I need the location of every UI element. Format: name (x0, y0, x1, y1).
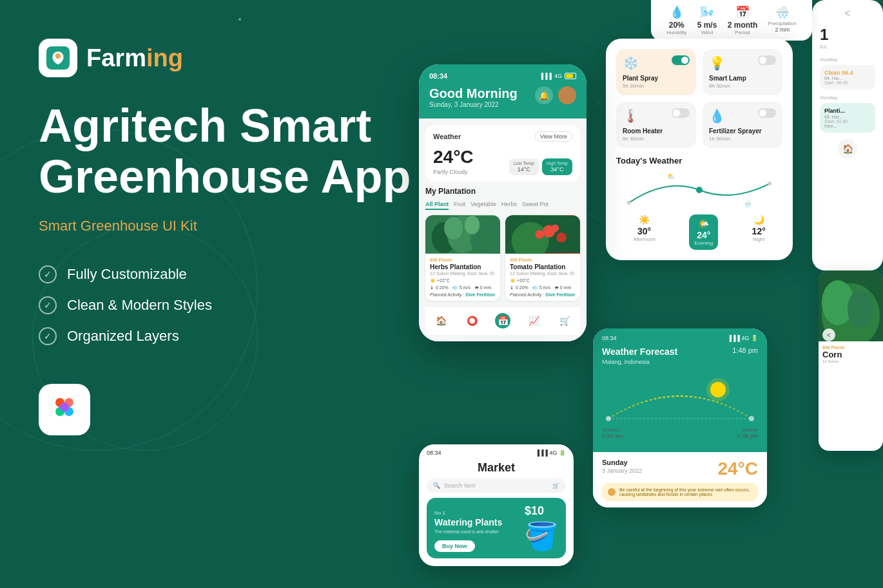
product-desc: The material used is anti-shatter (434, 529, 502, 534)
search-icon: 🔍 (433, 482, 440, 489)
phones-area: 💧 20% Humidity 🌬️ 5 m/s Wind 📅 2 month P… (380, 0, 883, 588)
plant-spray-time: 5h 30min (623, 83, 690, 89)
weather-forecast-row: ☀️ 30° Afternoon 🌤️ 24° Evening 🌙 12° Ni… (616, 214, 782, 250)
room-heater-name: Room Heater (623, 128, 690, 135)
herbs-image (425, 215, 500, 254)
svg-point-33 (848, 290, 873, 328)
buy-button[interactable]: Buy Now (434, 540, 475, 552)
smart-lamp-name: Smart Lamp (709, 75, 776, 82)
tomato-count: 400 Plants (510, 258, 576, 262)
tab-vegetable[interactable]: Vegetable (471, 201, 496, 210)
feature-label-1: Fully Customizable (67, 266, 187, 283)
tomato-location: 12 Sukun Malang, East Java, ID (510, 271, 576, 276)
plant-spray-toggle[interactable] (672, 55, 690, 65)
weather-label: Weather (433, 133, 461, 140)
smart-lamp-toggle[interactable] (758, 55, 776, 65)
device-fertilizer-sprayer: 💧 Fertilizer Sprayer 1h 30min (703, 102, 782, 148)
svg-text:⛅: ⛅ (667, 172, 675, 180)
forecast-afternoon: ☀️ 30° Afternoon (633, 214, 655, 250)
tab-all-plant[interactable]: All Plant (425, 201, 449, 210)
phone-header: 08:34 ▐▐▐ 4G Good Morning Sunday, 3 Janu… (419, 64, 587, 119)
weather-chart-area: 🌧️ ⛅ (616, 171, 782, 209)
svg-point-21 (627, 201, 631, 205)
wf-header: 08:34 ▐▐▐ 4G 🔋 Weather Forecast Malang, … (593, 328, 767, 452)
market-search[interactable]: 🔍 Search Item 🛒 (427, 479, 566, 493)
product-price: $10 (525, 504, 558, 518)
temperature: 24°C (433, 147, 474, 167)
schedule-clean: Clean 06.4 Mt. Har... Start: 06:45 (820, 65, 875, 90)
low-temp-pill: Low Temp 14°C (509, 158, 539, 175)
room-heater-toggle[interactable] (672, 108, 690, 118)
nav-calendar[interactable]: 📅 (495, 313, 510, 328)
corn-count: 800 Plants (822, 345, 879, 350)
schedule-day: Fri (820, 44, 875, 50)
avatar[interactable] (558, 86, 576, 104)
nav-cart[interactable]: 🛒 (557, 313, 572, 328)
nav-activity[interactable]: 📈 (526, 313, 541, 328)
greeting-text: Good Morning Sunday, 3 January 2022 (429, 86, 518, 108)
wf-time: 1:48 pm (732, 346, 758, 354)
room-heater-time: 5h 30min (623, 136, 690, 142)
nav-explore[interactable]: ⭕ (464, 313, 480, 328)
nav-home[interactable]: 🏠 (433, 313, 449, 328)
hero-subtitle: Smart Greenhouse UI Kit (39, 218, 438, 234)
fertilizer-time: 1h 30min (709, 136, 776, 142)
corn-name: Corn (822, 350, 879, 359)
tomato-image (505, 215, 580, 254)
app-logo (39, 39, 77, 77)
svg-point-7 (60, 403, 69, 412)
feature-label-3: Organized Layers (67, 328, 179, 345)
svg-point-13 (465, 216, 480, 234)
ws-period: 📅 2 month Period (728, 5, 758, 35)
feature-item-1: ✓ Fully Customizable (39, 265, 438, 283)
market-status-bar: 08:34 ▐▐▐ 4G 🔋 (419, 444, 574, 456)
device-grid: ❄️ Plant Spray 5h 30min 💡 Smart Lamp 8h … (616, 49, 782, 148)
left-section: Farming Agritech Smart Greenhouse App Sm… (39, 39, 438, 435)
tab-sweet-potato[interactable]: Sweet Pot (522, 201, 548, 210)
wf-location: Malang, Indonesia (602, 359, 677, 365)
svg-point-1 (55, 53, 61, 59)
svg-point-19 (552, 225, 559, 232)
svg-point-17 (556, 232, 566, 242)
smart-lamp-time: 8h 30min (709, 83, 776, 89)
forecast-night: 🌙 12° Night (752, 214, 766, 250)
plantation-section: My Plantation All Plant Fruit Vegetable … (425, 187, 580, 301)
schedule-date: 1 (820, 26, 875, 44)
weather-strip: 💧 20% Humidity 🌬️ 5 m/s Wind 📅 2 month P… (651, 0, 812, 41)
svg-point-26 (706, 378, 730, 401)
tomato-activity: Planned Activity : Give Fertilizer (510, 292, 576, 297)
figma-badge (39, 384, 90, 435)
weather-forecast-phone: 08:34 ▐▐▐ 4G 🔋 Weather Forecast Malang, … (593, 328, 767, 507)
temp-pills: Low Temp 14°C High Temp 34°C (509, 158, 572, 175)
plantation-title: My Plantation (425, 187, 580, 196)
high-temp-pill: High Temp 34°C (542, 158, 572, 175)
ws-humidity: 💧 20% Humidity (666, 5, 686, 35)
greeting-title: Good Morning (429, 86, 518, 101)
hero-heading: Agritech Smart Greenhouse App (39, 100, 438, 202)
home-icon[interactable]: 🏠 (838, 139, 857, 158)
sunday-label-2: Sunday (820, 95, 875, 100)
tomato-name: Tomato Plantation (510, 263, 576, 270)
figma-icon (52, 395, 77, 425)
avatar-bell: 🔔 (535, 86, 576, 104)
herbs-activity: Planned Activity : Give Fertilizer (430, 292, 496, 297)
ws-wind: 🌬️ 5 m/s Wind (697, 5, 717, 35)
back-button[interactable]: < (822, 328, 835, 341)
market-title: Market (419, 456, 574, 479)
product-number: No 1 (434, 510, 502, 516)
product-name: Watering Plants (434, 517, 502, 527)
weather-condition: Partly Cloudy (433, 169, 474, 175)
tab-fruit[interactable]: Fruit (454, 201, 465, 210)
svg-point-18 (535, 230, 544, 239)
view-more-button[interactable]: View More (535, 131, 572, 142)
fertilizer-toggle[interactable] (758, 108, 776, 118)
check-icon-1: ✓ (39, 265, 57, 283)
greeting-date: Sunday, 3 January 2022 (429, 101, 518, 108)
bell-button[interactable]: 🔔 (535, 86, 553, 104)
tab-herbs[interactable]: Herbs (501, 201, 517, 210)
schedule-back[interactable]: < (820, 8, 875, 19)
feature-list: ✓ Fully Customizable ✓ Clean & Modern St… (39, 265, 438, 345)
feature-item-3: ✓ Organized Layers (39, 327, 438, 345)
device-room-heater: 🌡️ Room Heater 5h 30min (616, 102, 696, 148)
svg-point-22 (768, 182, 771, 185)
